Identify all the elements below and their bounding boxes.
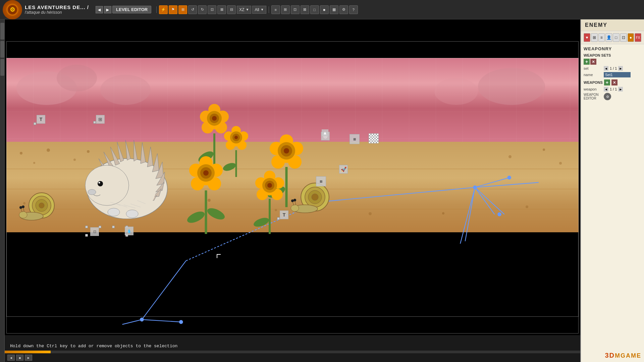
set-nav: ◄ 1 / 1 ► xyxy=(604,66,623,71)
left-tab-3[interactable] xyxy=(0,59,4,76)
tool-btn-3[interactable]: ⊞ xyxy=(178,5,187,14)
tool-btn-2[interactable]: ⚑ xyxy=(169,5,177,14)
main-layout: T ⊞ T ◎ ▦ 🚀 ▦ ⊡ xyxy=(0,19,644,362)
svg-point-90 xyxy=(186,209,206,225)
svg-marker-22 xyxy=(125,140,130,160)
weaponry-title: WEAPONRY xyxy=(584,46,641,51)
rocket-icon[interactable]: 🚀 xyxy=(339,165,348,174)
svg-point-37 xyxy=(98,181,103,186)
status-bar: Hold down the Ctrl key to add or remove … xyxy=(5,335,580,362)
add-weapon-set-btn[interactable]: + xyxy=(584,59,590,65)
tool-btn-6[interactable]: ⊡ xyxy=(208,5,216,14)
play-btn[interactable]: ■ xyxy=(16,355,23,361)
left-tab-1[interactable] xyxy=(0,23,4,40)
weapon-editor-label: WEAPON EDITOR xyxy=(584,93,604,100)
settings-btn[interactable]: ⚙ xyxy=(339,5,348,14)
view-btn-4[interactable]: □ xyxy=(310,5,319,14)
left-tab-2[interactable] xyxy=(0,41,4,58)
weapons-header: WEAPONS + × xyxy=(584,79,641,85)
heart-btn[interactable]: ♥ xyxy=(584,33,590,42)
view-btn-6[interactable]: ▦ xyxy=(330,5,338,14)
view-btn-3[interactable]: ⊠ xyxy=(301,5,309,14)
sky-background xyxy=(6,58,579,142)
snail-left xyxy=(18,189,65,222)
weapon-row: weapon ◄ 1 / 1 ► xyxy=(584,87,641,92)
name-label: name xyxy=(584,73,604,77)
weapon-editor-icon[interactable]: ⚙ xyxy=(604,93,611,100)
view-btn-1[interactable]: ⊞ xyxy=(281,5,290,14)
checker-icon[interactable] xyxy=(369,133,379,143)
square-btn[interactable]: □ xyxy=(613,33,620,42)
text-tool-icon-2[interactable]: T xyxy=(280,210,288,219)
weapons-label: WEAPONS xyxy=(584,80,603,84)
weapon-sets-label: WEAPON SETS xyxy=(584,53,641,57)
name-input[interactable] xyxy=(604,72,631,77)
forward-button[interactable]: ► xyxy=(104,6,111,13)
weapon-editor-row: WEAPON EDITOR ⚙ xyxy=(584,93,641,100)
view-btn-2[interactable]: ⊡ xyxy=(291,5,300,14)
tool-btn-7[interactable]: ⊠ xyxy=(217,5,226,14)
view-btn-5[interactable]: ■ xyxy=(320,5,329,14)
svg-point-52 xyxy=(19,212,27,218)
layers-btn[interactable]: ≡ xyxy=(598,33,605,42)
separator2 xyxy=(269,6,269,13)
del-weapon-set-btn[interactable]: × xyxy=(590,59,596,65)
svg-marker-21 xyxy=(117,142,124,162)
grid-icon-2[interactable]: ▦ xyxy=(316,176,326,186)
all-dropdown[interactable]: All ▼ xyxy=(252,6,266,14)
play-next-btn[interactable]: ► xyxy=(25,355,32,361)
app-logo: ⚙ xyxy=(3,0,22,19)
svg-point-45 xyxy=(108,208,120,216)
topbar: ⚙ LES AVENTURES DE... / l'attaque du hér… xyxy=(0,0,644,19)
flower-2 xyxy=(223,123,250,177)
copy-icon-1[interactable]: ⊡ xyxy=(90,227,99,236)
sel-handle-b1 xyxy=(85,226,88,228)
orange-btn[interactable]: ● xyxy=(628,33,634,42)
game-scene: T ⊞ T ◎ ▦ 🚀 ▦ ⊡ xyxy=(5,40,580,335)
svg-point-18 xyxy=(179,320,183,324)
sel-handle-t2 xyxy=(277,217,280,220)
set-next-btn[interactable]: ► xyxy=(618,66,623,71)
weapon-value: 1 / 1 xyxy=(610,87,617,91)
canvas-area[interactable]: T ⊞ T ◎ ▦ 🚀 ▦ ⊡ xyxy=(5,19,580,362)
svg-point-111 xyxy=(284,148,289,154)
grid-icon-1[interactable]: ▦ xyxy=(350,134,360,144)
fx-btn[interactable]: FX xyxy=(635,33,641,42)
weapon-label: weapon xyxy=(584,87,604,91)
layer-btn[interactable]: ≡ xyxy=(271,5,280,14)
play-prev-btn[interactable]: ◄ xyxy=(7,355,15,361)
move-icon[interactable]: ⊞ xyxy=(96,115,105,124)
svg-text:⚙: ⚙ xyxy=(10,6,15,13)
sel-handle-b2 xyxy=(99,226,101,228)
help-btn[interactable]: ? xyxy=(349,5,358,14)
tool-btn-8[interactable]: ⊟ xyxy=(227,5,236,14)
svg-marker-26 xyxy=(152,154,159,172)
text-tool-icon[interactable]: T xyxy=(37,115,45,124)
tool-btn-1[interactable]: ⚡ xyxy=(159,5,168,14)
svg-point-60 xyxy=(312,194,318,200)
weapon-prev-btn[interactable]: ◄ xyxy=(604,87,608,92)
set-prev-btn[interactable]: ◄ xyxy=(604,66,608,71)
sel-handle-b3 xyxy=(112,226,115,228)
del-weapon-btn[interactable]: × xyxy=(611,79,618,85)
water-icon[interactable]: 💧 xyxy=(125,227,133,235)
arrow-up-icon: ▲ xyxy=(322,129,328,136)
weapon-next-btn[interactable]: ► xyxy=(618,87,623,92)
level-editor-label: LEVEL EDITOR xyxy=(112,6,151,13)
svg-point-122 xyxy=(267,183,272,188)
all-arrow-icon: ▼ xyxy=(261,8,264,11)
shield-btn[interactable]: ⊞ xyxy=(591,33,598,42)
status-text: Hold down the Ctrl key to add or remove … xyxy=(5,342,580,351)
xz-dropdown[interactable]: XZ ▼ xyxy=(237,6,251,14)
flower-3 xyxy=(186,150,226,234)
person-btn[interactable]: 👤 xyxy=(605,33,612,42)
copy-btn[interactable]: ⊡ xyxy=(620,33,627,42)
svg-point-36 xyxy=(85,165,129,205)
left-panel xyxy=(0,19,5,362)
tool-btn-4[interactable]: ↺ xyxy=(188,5,197,14)
enemy-icons-bar: ♥ ⊞ ≡ 👤 □ ⊡ ● FX xyxy=(581,31,644,44)
tool-btn-5[interactable]: ↻ xyxy=(198,5,207,14)
back-button[interactable]: ◄ xyxy=(96,6,103,13)
svg-marker-23 xyxy=(134,140,137,161)
add-weapon-btn[interactable]: + xyxy=(604,79,610,85)
